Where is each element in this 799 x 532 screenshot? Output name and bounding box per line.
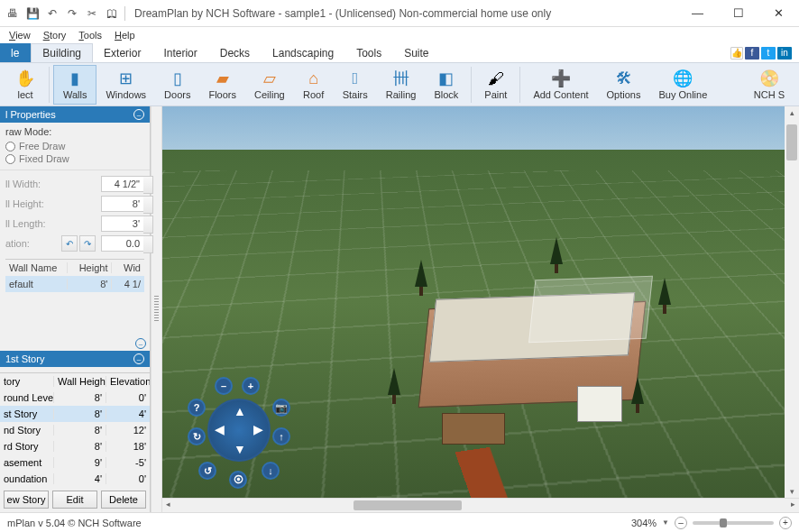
help-nav-icon[interactable]: ?	[188, 399, 206, 417]
help-icon[interactable]: 🕮	[105, 6, 119, 21]
col-story[interactable]: tory	[0, 376, 54, 387]
table-row[interactable]: efault 8' 4 1/	[5, 276, 144, 292]
railing-button[interactable]: 卌 Railing	[377, 65, 426, 105]
col-wall-height[interactable]: Wall Height	[54, 376, 106, 387]
free-draw-radio[interactable]: Free Draw	[5, 141, 144, 151]
col-wall-name[interactable]: Wall Name	[5, 262, 68, 273]
tab-decks[interactable]: Decks	[209, 43, 262, 62]
tree[interactable]	[550, 237, 563, 273]
add-content-button[interactable]: ➕ Add Content	[524, 65, 597, 105]
viewport-scrollbar-vertical[interactable]	[785, 106, 799, 498]
ceiling-button[interactable]: ▱ Ceiling	[245, 65, 294, 105]
redo-icon[interactable]: ↷	[65, 6, 79, 21]
tree[interactable]	[631, 377, 644, 413]
options-button[interactable]: 🛠 Options	[598, 65, 650, 105]
tab-landscaping[interactable]: Landscaping	[262, 43, 345, 62]
viewport-scrollbar-horizontal[interactable]	[162, 498, 799, 512]
menu-view[interactable]: View	[9, 30, 31, 41]
col-height[interactable]: Height	[68, 262, 112, 273]
reset-view-icon[interactable]: ⦿	[229, 471, 247, 489]
new-story-button[interactable]: ew Story	[4, 491, 49, 509]
pan-up-icon[interactable]: ▲	[234, 404, 246, 418]
tree[interactable]	[388, 368, 400, 404]
3d-viewport[interactable]: ▲ ▼ ◀ ▶ – + ? 📷 ↻ ↑ ↺ ↓ ⦿	[162, 106, 799, 498]
thumbs-icon[interactable]: 👍	[730, 47, 743, 60]
wall-height-input[interactable]: 8'	[101, 196, 144, 212]
print-icon[interactable]: 🖶	[5, 6, 20, 21]
pan-right-icon[interactable]: ▶	[253, 422, 263, 436]
table-row[interactable]: round Level8'0'	[0, 390, 150, 406]
menu-help[interactable]: Help	[115, 30, 135, 41]
house-model[interactable]	[415, 278, 649, 431]
cut-icon[interactable]: ✂	[85, 6, 99, 21]
rotate-ccw-icon[interactable]: ↺	[198, 462, 216, 480]
paint-button[interactable]: 🖌 Paint	[475, 65, 516, 105]
expand-icon[interactable]: –	[135, 338, 146, 349]
minimize-button[interactable]: —	[677, 1, 718, 26]
tab-tools[interactable]: Tools	[345, 43, 393, 62]
tab-suite[interactable]: Suite	[393, 43, 440, 62]
zoom-in-icon[interactable]: +	[242, 377, 260, 395]
rotation-input[interactable]: 0.0	[101, 235, 144, 252]
roof-icon: ⌂	[304, 69, 324, 88]
collapse-icon[interactable]: –	[133, 353, 144, 364]
zoom-in-button[interactable]: +	[779, 517, 792, 529]
rotate-left-icon[interactable]: ↶	[61, 235, 78, 252]
wall-width-input[interactable]: 4 1/2"	[101, 176, 144, 192]
wall-length-input[interactable]: 3'	[101, 216, 144, 232]
edit-story-button[interactable]: Edit	[52, 491, 97, 509]
doors-button[interactable]: ▯ Doors	[155, 65, 199, 105]
tab-file[interactable]: le	[0, 43, 31, 62]
delete-story-button[interactable]: Delete	[101, 491, 146, 509]
twitter-icon[interactable]: t	[761, 47, 776, 60]
stairs-button[interactable]: 𓊍 Stairs	[334, 65, 377, 105]
maximize-button[interactable]: ☐	[718, 1, 758, 26]
railing-icon: 卌	[391, 69, 411, 88]
pan-down-icon[interactable]: ▼	[234, 442, 246, 456]
wall-properties-header[interactable]: l Properties –	[0, 106, 150, 123]
undo-icon[interactable]: ↶	[45, 6, 60, 21]
table-row[interactable]: st Story8'4'	[0, 406, 150, 422]
block-button[interactable]: ◧ Block	[425, 65, 467, 105]
menu-tools[interactable]: Tools	[78, 30, 102, 41]
nch-suite-button[interactable]: 📀 NCH S	[745, 65, 794, 105]
save-icon[interactable]: 💾	[25, 6, 40, 21]
camera-icon[interactable]: 📷	[272, 399, 290, 417]
navigation-wheel[interactable]: ▲ ▼ ◀ ▶ – + ? 📷 ↻ ↑ ↺ ↓ ⦿	[189, 381, 289, 480]
zoom-out-icon[interactable]: –	[215, 377, 233, 395]
select-button[interactable]: ✋ lect	[5, 65, 45, 105]
facebook-icon[interactable]: f	[745, 47, 759, 60]
buy-online-button[interactable]: 🌐 Buy Online	[649, 65, 716, 105]
tilt-down-icon[interactable]: ↓	[262, 462, 280, 480]
tab-interior[interactable]: Interior	[152, 43, 208, 62]
tab-building[interactable]: Building	[31, 43, 93, 62]
table-row[interactable]: rd Story8'18'	[0, 438, 150, 454]
table-row[interactable]: asement9'-5'	[0, 454, 150, 471]
close-button[interactable]: ✕	[758, 1, 799, 26]
pan-left-icon[interactable]: ◀	[215, 422, 225, 436]
story-header[interactable]: 1st Story –	[0, 351, 150, 367]
rotate-right-icon[interactable]: ↷	[79, 235, 96, 252]
menu-story[interactable]: Story	[43, 30, 67, 41]
stairs-label: Stairs	[343, 89, 368, 100]
tree[interactable]	[415, 260, 427, 296]
tilt-up-icon[interactable]: ↑	[272, 427, 290, 445]
tree[interactable]	[658, 278, 671, 314]
zoom-slider[interactable]	[693, 521, 774, 525]
fixed-draw-radio[interactable]: Fixed Draw	[5, 153, 144, 164]
floors-button[interactable]: ▰ Floors	[199, 65, 245, 105]
collapse-icon[interactable]: –	[133, 109, 144, 120]
col-elevation[interactable]: Elevation	[106, 376, 150, 387]
table-row[interactable]: oundation4'0'	[0, 471, 150, 487]
panel-splitter[interactable]	[151, 106, 162, 512]
walls-button[interactable]: ▮ Walls	[53, 65, 96, 105]
col-width[interactable]: Wid	[112, 262, 144, 273]
rotate-cw-icon[interactable]: ↻	[188, 427, 206, 445]
roof-button[interactable]: ⌂ Roof	[294, 65, 334, 105]
free-draw-label: Free Draw	[19, 141, 65, 151]
windows-button[interactable]: ⊞ Windows	[96, 65, 155, 105]
linkedin-icon[interactable]: in	[777, 47, 792, 60]
zoom-out-button[interactable]: –	[675, 517, 687, 529]
tab-exterior[interactable]: Exterior	[93, 43, 152, 62]
table-row[interactable]: nd Story8'12'	[0, 422, 150, 438]
